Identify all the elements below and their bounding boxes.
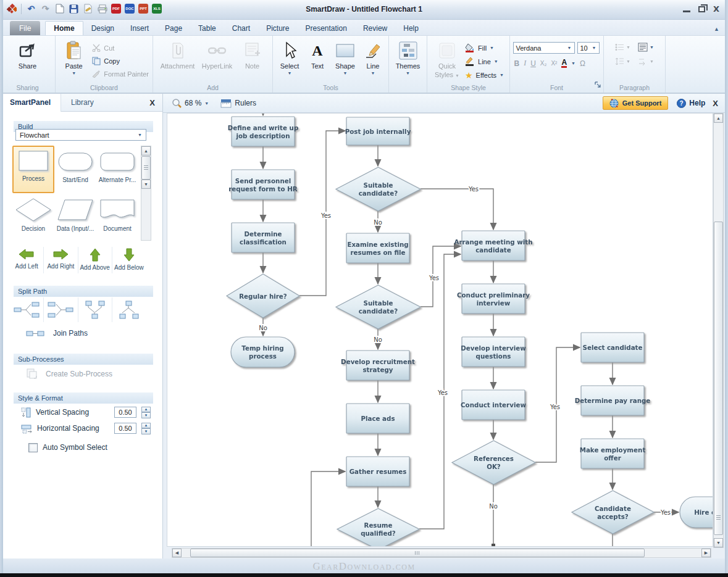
select-button[interactable]: Select ▼ <box>275 38 304 75</box>
tab-home[interactable]: Home <box>45 21 83 35</box>
flow-node-temp-hiring-process[interactable]: Temp hiringprocess <box>231 337 295 367</box>
panel-close-icon[interactable]: X <box>149 98 155 107</box>
help-button[interactable]: ? Help <box>677 99 705 108</box>
underline-button[interactable]: U <box>530 59 536 68</box>
vertical-scrollbar[interactable]: ▲ ▼ <box>713 113 724 548</box>
tab-smartpanel[interactable]: SmartPanel <box>0 94 61 112</box>
flow-node-candidate-accepts[interactable]: Candidateaccepts? <box>572 491 654 534</box>
flow-node-develop-interview-questions[interactable]: Develop interviewquestions <box>461 337 526 367</box>
shape-start-end[interactable]: Start/End <box>54 146 96 193</box>
shape-data-input[interactable]: Data (Input/... <box>54 193 96 241</box>
tab-picture[interactable]: Picture <box>258 21 297 35</box>
symbol-button[interactable]: Ω <box>580 59 585 68</box>
rulers-toggle[interactable]: Rulers <box>220 99 256 108</box>
flow-node-conduct-preliminary-interview[interactable]: Conduct preliminaryinterview <box>457 284 530 313</box>
tab-design[interactable]: Design <box>83 21 122 35</box>
add-above-button[interactable]: Add Above <box>78 247 112 273</box>
scroll-up-icon[interactable]: ▲ <box>714 114 723 123</box>
flow-edge[interactable] <box>311 471 345 547</box>
alignment-button[interactable]: ▼ <box>638 43 654 52</box>
text-direction-button[interactable]: ▼ <box>638 58 654 65</box>
shape-document[interactable]: Document <box>96 193 138 241</box>
shape-button[interactable]: Shape ▼ <box>331 38 360 75</box>
paste-button[interactable]: Paste ▼ <box>57 38 90 75</box>
scroll-left-icon[interactable]: ◀ <box>172 549 182 557</box>
line-style-button[interactable]: Line ▼ <box>463 56 506 67</box>
scroll-right-icon[interactable]: ▶ <box>701 549 711 557</box>
format-painter-button[interactable]: Format Painter <box>90 68 151 80</box>
flow-node-determine-pay-range[interactable]: Determine pay range <box>575 386 651 415</box>
tab-help[interactable]: Help <box>395 21 427 35</box>
tab-review[interactable]: Review <box>355 21 395 35</box>
vertical-spacing-stepper[interactable]: ▲▼ <box>141 407 151 418</box>
tab-file[interactable]: File <box>10 21 40 35</box>
quick-styles-button[interactable]: Quick Styles ▼ <box>431 38 463 79</box>
minimize-button[interactable] <box>683 10 690 12</box>
get-support-button[interactable]: Get Support <box>603 96 669 110</box>
flow-node-make-employment-offer[interactable]: Make employmentoffer <box>580 439 646 468</box>
add-left-button[interactable]: Add Left <box>10 247 44 273</box>
bullet-list-button[interactable]: ▼ <box>615 43 630 51</box>
tab-page[interactable]: Page <box>157 21 190 35</box>
effects-button[interactable]: ★ Effects ▼ <box>463 69 506 81</box>
drawing-canvas[interactable]: Define and write upjob descriptionPost j… <box>167 113 713 547</box>
subscript-button[interactable]: X₂ <box>540 60 547 67</box>
restore-button[interactable] <box>698 6 705 12</box>
bold-button[interactable]: B <box>514 59 520 68</box>
gallery-scrollbar-thumb[interactable] <box>141 156 151 180</box>
scroll-down-icon[interactable]: ▼ <box>141 180 151 189</box>
text-button[interactable]: A Text <box>304 38 331 70</box>
attachment-button[interactable]: Attachment <box>158 38 198 70</box>
vertical-spacing-input[interactable]: 0.50 <box>114 407 136 418</box>
tab-table[interactable]: Table <box>190 21 224 35</box>
gallery-scrollbar[interactable]: ▲ ▼ <box>141 146 151 241</box>
fill-button[interactable]: Fill ▼ <box>463 42 506 54</box>
line-button[interactable]: Line ▼ <box>360 38 387 75</box>
shape-process[interactable]: Process <box>12 146 54 193</box>
tab-library[interactable]: Library <box>61 94 104 111</box>
line-spacing-button[interactable]: ▼ <box>615 57 630 65</box>
flow-node-suitable-candidate-2[interactable]: Suitablecandidate? <box>336 285 420 329</box>
tab-chart[interactable]: Chart <box>224 21 258 35</box>
font-color-button[interactable]: A <box>561 59 567 68</box>
flow-node-resume-qualified[interactable]: Resumequalified? <box>337 509 419 547</box>
italic-button[interactable]: I <box>524 59 526 68</box>
flow-node-suitable-candidate-1[interactable]: Suitablecandidate? <box>336 167 420 211</box>
flow-node-gather-resumes[interactable]: Gather resumes <box>346 457 409 486</box>
split-left-button[interactable] <box>44 297 78 322</box>
flow-edge[interactable] <box>420 246 461 307</box>
auto-symbol-checkbox[interactable] <box>28 443 38 452</box>
cut-button[interactable]: Cut <box>90 42 151 54</box>
flow-node-arrange-meeting[interactable]: Arrange meeting withcandidate <box>454 231 532 260</box>
flow-node-develop-recruitment-strategy[interactable]: Develop recruitmentstrategy <box>341 351 415 380</box>
tab-presentation[interactable]: Presentation <box>297 21 354 35</box>
scroll-up-icon[interactable]: ▲ <box>141 146 151 156</box>
scroll-down-icon[interactable]: ▼ <box>714 538 723 547</box>
flow-node-hire-candidate[interactable]: Hire cand <box>680 497 713 528</box>
flow-node-conduct-interview[interactable]: Conduct interview <box>461 390 526 420</box>
hyperlink-button[interactable]: HyperLink <box>198 38 237 70</box>
ribbon-collapse-icon[interactable]: ▲ <box>714 26 719 32</box>
flow-node-regular-hire[interactable]: Regular hire? <box>227 274 299 318</box>
themes-button[interactable]: Themes ▼ <box>391 38 425 75</box>
create-sub-process-button[interactable]: Create Sub-Process <box>26 368 112 380</box>
superscript-button[interactable]: X² <box>551 60 557 67</box>
flow-node-send-personnel-request[interactable]: Send personnelrequest form to HR <box>228 170 298 199</box>
flow-node-define-job[interactable]: Define and write upjob description <box>228 117 299 146</box>
shape-decision[interactable]: Decision <box>12 193 54 241</box>
vscroll-thumb[interactable] <box>714 222 723 535</box>
flow-node-post-job-internally[interactable]: Post job internally <box>345 117 411 145</box>
hscroll-thumb[interactable] <box>190 549 645 557</box>
horizontal-spacing-input[interactable]: 0.50 <box>114 423 136 434</box>
tab-insert[interactable]: Insert <box>122 21 157 35</box>
flow-node-place-ads[interactable]: Place ads <box>346 404 409 433</box>
font-family-select[interactable]: Verdana ▼ <box>513 42 575 54</box>
zoom-control[interactable]: 68 % ▼ <box>172 98 209 108</box>
add-below-button[interactable]: Add Below <box>112 247 146 273</box>
split-down-button[interactable] <box>78 297 112 322</box>
flowchart-type-select[interactable]: Flowchart ▼ <box>15 129 146 141</box>
horizontal-spacing-stepper[interactable]: ▲▼ <box>141 423 151 434</box>
flow-node-examine-existing-resumes[interactable]: Examine existingresumes on file <box>346 233 409 263</box>
copy-button[interactable]: Copy <box>90 55 151 67</box>
flow-node-select-candidate[interactable]: Select candidate <box>581 333 644 362</box>
